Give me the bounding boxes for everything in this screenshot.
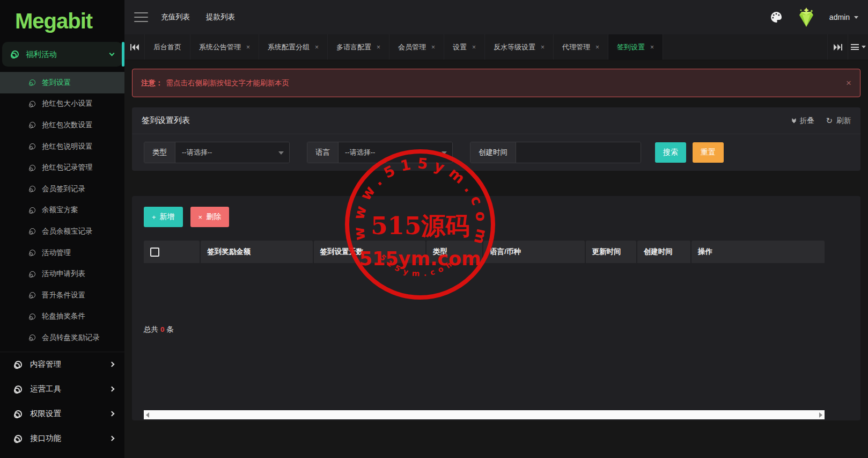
- tab-label: 后台首页: [153, 42, 181, 52]
- submenu-label: 抢红包说明设置: [42, 142, 93, 151]
- column-reward-amount[interactable]: 签到奖励金额: [201, 241, 312, 263]
- submenu-label: 签到设置: [42, 78, 71, 88]
- topnav-withdraw-list[interactable]: 提款列表: [206, 12, 235, 22]
- tab-settings[interactable]: 设置 ×: [444, 34, 485, 60]
- sidebar: Megabit 福利活动 签到设置 抢红包大小设置 抢红包次数设置 抢红包说明设…: [0, 0, 124, 458]
- circle-icon: [29, 334, 36, 341]
- sidebar-item-member-yuebao-records[interactable]: 会员余额宝记录: [0, 221, 124, 242]
- column-update-time[interactable]: 更新时间: [586, 241, 636, 263]
- refresh-button[interactable]: ↻ 刷新: [826, 116, 851, 126]
- sidebar-item-redpacket-records[interactable]: 抢红包记录管理: [0, 157, 124, 178]
- add-button[interactable]: + 新增: [144, 207, 183, 227]
- submenu-label: 余额宝方案: [42, 205, 78, 215]
- tabs-strip: 后台首页 系统公告管理 × 系统配置分组 × 多语言配置 × 会员管理 × 设置…: [145, 34, 827, 60]
- theme-palette-icon[interactable]: [769, 10, 783, 24]
- refresh-icon: ↻: [826, 116, 833, 126]
- column-signin-days[interactable]: 签到设置天数: [314, 241, 425, 263]
- scroll-left-arrow-icon[interactable]: [146, 412, 149, 418]
- circle-icon: [29, 164, 36, 171]
- circle-icon: [14, 385, 23, 394]
- total-count-line: 总共0条: [144, 325, 174, 335]
- chevron-right-icon: [109, 411, 115, 417]
- user-menu[interactable]: admin: [829, 13, 858, 21]
- alert-close-icon[interactable]: ×: [846, 78, 851, 89]
- sidebar-item-roulette-conditions[interactable]: 轮盘抽奖条件: [0, 306, 124, 328]
- delete-button[interactable]: × 删除: [190, 207, 230, 227]
- circle-icon: [14, 434, 23, 443]
- sidebar-section-api[interactable]: 接口功能: [0, 426, 124, 451]
- alert-prefix: 注意：: [141, 78, 163, 88]
- tabs-scroll-left-icon[interactable]: [124, 34, 145, 60]
- circle-icon: [14, 360, 23, 369]
- create-time-input[interactable]: [516, 142, 641, 163]
- submenu-label: 抢红包次数设置: [42, 120, 93, 130]
- tabs-scroll-right-icon[interactable]: [827, 34, 848, 60]
- circle-icon: [29, 249, 36, 256]
- main-content: 注意： 需点击右侧刷新按钮文字才能刷新本页 × 签到设置列表 折叠 ↻ 刷新: [124, 60, 868, 458]
- close-tab-icon[interactable]: ×: [431, 44, 435, 50]
- horizontal-scrollbar[interactable]: [144, 410, 825, 419]
- reset-button[interactable]: 重置: [693, 142, 724, 163]
- scroll-right-arrow-icon[interactable]: [819, 412, 822, 418]
- sidebar-section-operation-tools[interactable]: 运营工具: [0, 377, 124, 402]
- select-caret-icon: [442, 151, 447, 155]
- topnav-recharge-list[interactable]: 充值列表: [161, 12, 190, 22]
- close-tab-icon[interactable]: ×: [315, 44, 319, 50]
- language-select[interactable]: --请选择--: [339, 142, 452, 163]
- top-header: 充值列表 提款列表: [124, 0, 868, 34]
- sidebar-item-yuebao-plan[interactable]: 余额宝方案: [0, 200, 124, 221]
- column-language-currency[interactable]: 语言/币种: [483, 241, 584, 263]
- create-time-filter-group: 创建时间: [470, 142, 641, 163]
- section-label: 权限设置: [30, 409, 102, 419]
- search-button[interactable]: 搜索: [655, 142, 686, 163]
- close-tab-icon[interactable]: ×: [472, 44, 476, 50]
- collapse-button[interactable]: 折叠: [792, 116, 814, 126]
- sidebar-item-signin-settings[interactable]: 签到设置: [0, 72, 124, 93]
- tab-label: 代理管理: [562, 42, 590, 52]
- select-caret-icon: [278, 151, 284, 155]
- circle-icon: [29, 121, 36, 128]
- close-tab-icon[interactable]: ×: [541, 44, 545, 50]
- tab-system-config-groups[interactable]: 系统配置分组 ×: [259, 34, 328, 60]
- sidebar-group-welfare[interactable]: 福利活动: [2, 42, 122, 67]
- submenu-label: 活动申请列表: [42, 269, 85, 279]
- sidebar-scrollbar-thumb[interactable]: [122, 42, 124, 67]
- avatar-diamond-icon[interactable]: [795, 6, 818, 28]
- type-filter-group: 类型 --请选择--: [144, 142, 290, 163]
- submenu-label: 晋升条件设置: [42, 290, 85, 300]
- circle-icon: [29, 143, 36, 150]
- tabs-menu-icon[interactable]: [848, 34, 868, 60]
- hamburger-icon[interactable]: [134, 12, 148, 22]
- sidebar-item-redpacket-desc[interactable]: 抢红包说明设置: [0, 136, 124, 157]
- tab-signin-settings[interactable]: 签到设置 ×: [608, 34, 663, 60]
- sidebar-item-activity-manage[interactable]: 活动管理: [0, 242, 124, 264]
- close-tab-icon[interactable]: ×: [650, 44, 654, 50]
- close-tab-icon[interactable]: ×: [377, 44, 380, 50]
- tab-home[interactable]: 后台首页: [145, 34, 190, 60]
- tab-multilanguage-config[interactable]: 多语言配置 ×: [328, 34, 389, 60]
- type-select[interactable]: --请选择--: [175, 142, 289, 163]
- close-tab-icon[interactable]: ×: [595, 44, 599, 50]
- column-create-time[interactable]: 创建时间: [637, 241, 690, 263]
- column-type[interactable]: 类型: [426, 241, 482, 263]
- sidebar-item-member-signin-records[interactable]: 会员签到记录: [0, 178, 124, 200]
- tab-member-management[interactable]: 会员管理 ×: [389, 34, 444, 60]
- create-time-label: 创建时间: [470, 142, 516, 163]
- tab-agent-management[interactable]: 代理管理 ×: [554, 34, 608, 60]
- tab-system-announcements[interactable]: 系统公告管理 ×: [190, 34, 259, 60]
- tab-rebate-level-settings[interactable]: 反水等级设置 ×: [485, 34, 554, 60]
- table-header-row: 签到奖励金额 签到设置天数 类型 语言/币种 更新时间 创建时间 操作: [144, 241, 825, 263]
- select-all-checkbox[interactable]: [150, 248, 159, 257]
- sidebar-item-redpacket-size[interactable]: 抢红包大小设置: [0, 93, 124, 115]
- sidebar-item-activity-apply-list[interactable]: 活动申请列表: [0, 263, 124, 285]
- sidebar-item-redpacket-count[interactable]: 抢红包次数设置: [0, 114, 124, 136]
- close-tab-icon[interactable]: ×: [246, 44, 250, 50]
- circle-icon: [14, 410, 23, 418]
- sidebar-section-permissions[interactable]: 权限设置: [0, 402, 124, 426]
- sidebar-item-promotion-conditions[interactable]: 晋升条件设置: [0, 285, 124, 306]
- column-actions[interactable]: 操作: [692, 241, 825, 263]
- circle-icon: [29, 313, 36, 320]
- plus-icon: +: [152, 213, 156, 221]
- sidebar-item-wheel-reward-records[interactable]: 会员转盘奖励记录: [0, 327, 124, 348]
- sidebar-section-content[interactable]: 内容管理: [0, 352, 124, 377]
